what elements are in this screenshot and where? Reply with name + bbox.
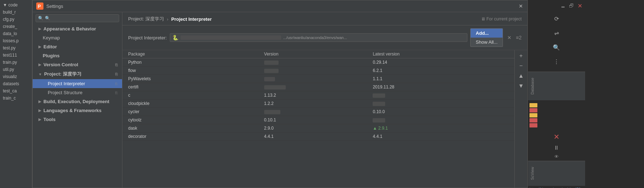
status-url: https://blog.csdn.net/weixin_456... xyxy=(528,186,585,188)
minimize-button[interactable]: 🗕 xyxy=(559,2,566,9)
nav-label-appearance: Appearance & Behavior xyxy=(43,26,96,32)
file-item-train[interactable]: train.py xyxy=(0,59,32,66)
table-row[interactable]: cycler 0.10.0 xyxy=(122,108,514,116)
table-header: Package Version Latest version xyxy=(122,50,514,58)
cell-version xyxy=(264,60,373,65)
nav-item-tools[interactable]: ▶ Tools xyxy=(33,115,122,124)
svg-text:P: P xyxy=(38,4,41,9)
search-panel-button[interactable]: 🔍 xyxy=(550,41,563,54)
large-close-icon[interactable]: ✕ xyxy=(528,130,585,143)
cell-package: c xyxy=(128,93,264,98)
breadcrumb-project: Project: 深度学习 xyxy=(128,16,164,22)
cell-latest: 0.29.14 xyxy=(373,60,509,65)
nav-item-vcs[interactable]: ▶ Version Control ⎘ xyxy=(33,60,122,69)
arrow-icon: ▶ xyxy=(38,27,41,31)
bar-red2 xyxy=(529,118,537,122)
scroll-up-button[interactable]: ▲ xyxy=(517,72,526,80)
dialog-title: Settings xyxy=(46,4,515,9)
copy-icon-vcs: ⎘ xyxy=(115,63,118,67)
cell-version: 1.13.2 xyxy=(264,93,373,98)
interpreter-area: Project Interpreter: 🐍 .../usr/wanliu/an… xyxy=(122,25,527,50)
search-box[interactable]: 🔍 xyxy=(36,14,119,22)
nav-item-project[interactable]: ▼ Project: 深度学习 ⎘ xyxy=(33,69,122,79)
col-package: Package xyxy=(128,52,264,57)
nav-item-languages[interactable]: ▶ Languages & Frameworks xyxy=(33,106,122,115)
nav-item-keymap[interactable]: Keymap xyxy=(33,33,122,42)
arrow-icon-editor: ▶ xyxy=(38,45,41,49)
nav-item-appearance[interactable]: ▶ Appearance & Behavior xyxy=(33,24,122,33)
table-row[interactable]: certifi 2019.11.28 xyxy=(122,83,514,91)
copy-icon-interpreter: ⎘ xyxy=(115,82,118,86)
cell-latest xyxy=(373,117,509,122)
interpreter-input[interactable]: 🐍 .../usr/wanliu/anaconda3/envs/wan... xyxy=(170,33,468,42)
nav-item-structure[interactable]: Project Structure ⎘ xyxy=(33,88,122,97)
nav-item-interpreter[interactable]: Project Interpreter ⎘ xyxy=(33,79,122,88)
remove-interpreter-icon[interactable]: ✕ xyxy=(507,35,512,40)
menu-button[interactable]: ⋮ xyxy=(550,55,563,68)
scroll-down-button[interactable]: ▼ xyxy=(517,82,526,90)
database-label: Database xyxy=(529,75,536,97)
table-row[interactable]: PyWavelets 1.1.1 xyxy=(122,75,514,83)
file-item-train-c[interactable]: train_c xyxy=(0,95,32,102)
file-item-test111[interactable]: test111 xyxy=(0,52,32,59)
file-item-data[interactable]: data_lo xyxy=(0,30,32,37)
cell-package: certifi xyxy=(128,85,264,90)
cell-latest: ▲ 2.9.1 xyxy=(373,126,509,131)
dropdown-show-all[interactable]: Show All... xyxy=(471,38,503,47)
arrow-icon-project: ▼ xyxy=(38,72,42,76)
close-button[interactable]: ✕ xyxy=(518,3,524,9)
pause-button[interactable]: ⏸ xyxy=(528,143,585,153)
table-row[interactable]: dask 2.9.0 ▲ 2.9.1 xyxy=(122,124,514,132)
file-item-cfg[interactable]: cfg.py xyxy=(0,16,32,23)
cell-version xyxy=(264,85,373,90)
file-item-create[interactable]: create_ xyxy=(0,23,32,30)
cell-package: PyWavelets xyxy=(128,76,264,81)
file-item-visual[interactable]: visualiz xyxy=(0,73,32,80)
file-item-test-ca[interactable]: test_ca xyxy=(0,87,32,95)
cell-version xyxy=(264,109,373,114)
lines-icon[interactable]: ≡2 xyxy=(516,35,522,40)
toolbar-btn-2[interactable]: ⇌ xyxy=(550,26,563,39)
scview-panel: ScView xyxy=(528,161,585,185)
table-row[interactable]: cloudpickle 1.2.2 xyxy=(122,100,514,108)
cell-version: 1.2.2 xyxy=(264,101,373,106)
window-close-button[interactable]: ✕ xyxy=(577,2,584,9)
arrow-icon-build: ▶ xyxy=(38,100,41,103)
interpreter-path-visible: .../usr/wanliu/anaconda3/envs/wan... xyxy=(283,35,347,40)
python-icon: 🐍 xyxy=(172,35,178,40)
dropdown-add[interactable]: Add... xyxy=(471,29,503,38)
toolbar-btn-1[interactable]: ⟳ xyxy=(550,12,563,25)
breadcrumb-arrow: › xyxy=(167,16,168,22)
file-item-test[interactable]: test.py xyxy=(0,44,32,52)
bar-red3 xyxy=(529,123,537,127)
file-item-losses[interactable]: losses.p xyxy=(0,37,32,44)
cell-package: Python xyxy=(128,60,264,65)
cell-latest xyxy=(373,93,509,98)
cell-latest: 2019.11.28 xyxy=(373,85,509,90)
file-item-code[interactable]: ▼ code xyxy=(0,1,32,9)
nav-item-plugins[interactable]: Plugins xyxy=(33,51,122,60)
cell-version: 2.9.0 xyxy=(264,126,373,131)
table-row[interactable]: Python 0.29.14 xyxy=(122,58,514,67)
eye-button[interactable]: 👁 xyxy=(551,154,561,159)
dialog-body: 🔍 ▶ Appearance & Behavior Keymap ▶ Edito… xyxy=(33,12,527,188)
settings-dialog: P Settings ✕ 🔍 ▶ Appearance & Behavior K… xyxy=(32,0,528,188)
table-actions: + − ▲ ▼ xyxy=(514,50,527,188)
file-item-util[interactable]: util.py xyxy=(0,66,32,73)
file-item-datasets[interactable]: datasets xyxy=(0,80,32,87)
table-row[interactable]: cytoolz 0.10.1 xyxy=(122,116,514,124)
right-top-icons: 🗕 🗗 ✕ ⟳ ⇌ 🔍 ⋮ xyxy=(528,0,585,70)
table-row[interactable]: flow 6.2.1 xyxy=(122,67,514,75)
cell-latest: 4.4.1 xyxy=(373,134,509,139)
add-package-button[interactable]: + xyxy=(517,52,526,60)
file-item-build[interactable]: build_r xyxy=(0,9,32,16)
nav-item-editor[interactable]: ▶ Editor xyxy=(33,42,122,51)
cell-package: dask xyxy=(128,126,264,131)
nav-item-build[interactable]: ▶ Build, Execution, Deployment xyxy=(33,97,122,106)
nav-label-build: Build, Execution, Deployment xyxy=(43,99,109,104)
table-row[interactable]: c 1.13.2 xyxy=(122,91,514,100)
remove-package-button[interactable]: − xyxy=(517,62,526,70)
search-input[interactable] xyxy=(45,16,117,21)
maximize-button[interactable]: 🗗 xyxy=(568,2,575,9)
table-row[interactable]: decorator 4.4.1 4.4.1 xyxy=(122,132,514,141)
